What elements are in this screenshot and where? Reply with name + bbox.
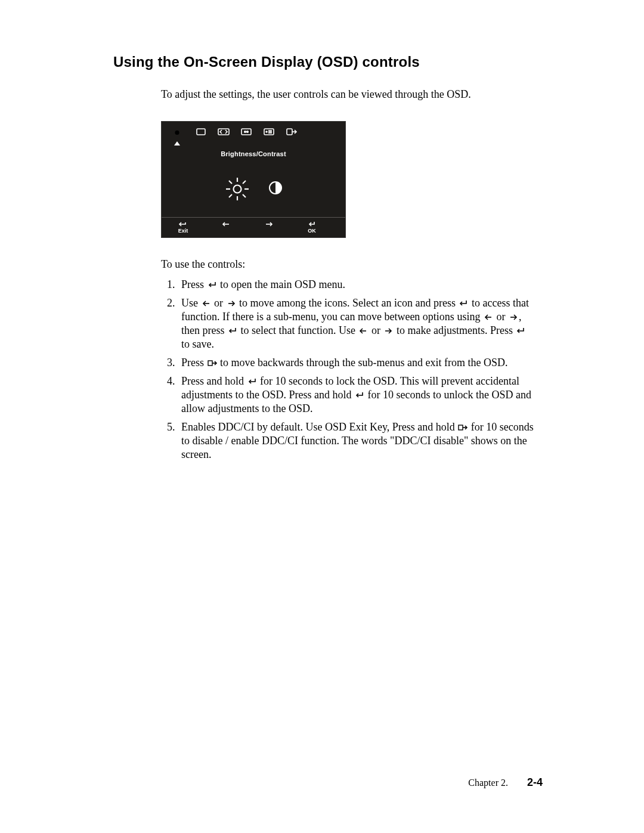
osd-ok-label: OK (308, 228, 316, 234)
svg-line-6 (172, 129, 174, 130)
osd-exit-control: Exit (162, 221, 205, 234)
osd-tab-brightness (170, 128, 184, 145)
svg-line-27 (243, 194, 246, 197)
svg-point-21 (234, 185, 242, 193)
osd-figure: Brightness/Contrast Exit (161, 121, 346, 238)
arrow-left-icon (483, 314, 494, 321)
osd-tab-position (195, 128, 207, 136)
lead-in-text: To use the controls: (161, 258, 543, 271)
text-run: to open the main OSD menu. (218, 278, 345, 290)
enter-icon (227, 327, 238, 335)
back-icon (178, 221, 188, 227)
enter-icon (307, 221, 317, 227)
text-run: to select that function. Use (238, 324, 358, 336)
text-run: Press and hold (181, 375, 247, 387)
text-run: to make adjustments. Press (394, 324, 515, 336)
menu-icon (263, 128, 275, 136)
list-item: Use or to move among the icons. Select a… (178, 296, 537, 351)
brightness-large-icon (224, 176, 250, 202)
text-run: Press (181, 357, 207, 368)
arrow-left-icon (358, 327, 369, 335)
page-footer: Chapter 2. 2-4 (468, 776, 543, 789)
enter-icon (354, 392, 365, 399)
svg-point-13 (244, 131, 246, 133)
osd-tab-menu (263, 128, 275, 136)
enter-icon (207, 281, 218, 289)
brightness-icon (170, 128, 184, 138)
enter-icon (515, 327, 526, 335)
enter-icon (247, 378, 258, 385)
osd-bottom-row: Exit OK (162, 218, 345, 237)
selected-tab-indicator-icon (174, 141, 180, 145)
osd-tab-input (240, 128, 252, 136)
exit-icon (207, 360, 218, 367)
svg-line-8 (172, 135, 174, 137)
intro-text: To adjust the settings, the user control… (161, 88, 543, 101)
osd-right-control (247, 221, 290, 234)
enter-icon (458, 300, 469, 307)
svg-line-9 (181, 129, 182, 130)
text-run: Use (181, 297, 201, 309)
text-run: or (494, 311, 508, 323)
arrow-right-icon (508, 314, 519, 321)
list-item: Press to move backwards through the sub-… (178, 356, 537, 370)
arrow-right-icon (264, 221, 274, 227)
text-run: Press (181, 278, 207, 290)
svg-line-29 (243, 181, 246, 184)
text-run: or (369, 324, 383, 336)
text-run: to move among the icons. Select an icon … (237, 297, 459, 309)
osd-body (162, 161, 345, 217)
svg-rect-10 (197, 129, 205, 135)
contrast-large-icon (268, 181, 283, 197)
text-run: Enables DDC/CI by default. Use OSD Exit … (181, 421, 457, 433)
osd-tab-row (162, 122, 345, 148)
document-page: Using the On-Screen Display (OSD) contro… (0, 0, 644, 833)
arrow-left-icon (221, 221, 231, 227)
list-item: Enables DDC/CI by default. Use OSD Exit … (178, 420, 537, 462)
svg-line-26 (229, 181, 232, 184)
svg-point-14 (247, 131, 249, 133)
instruction-list: Press to open the main OSD menu. Use or … (161, 278, 537, 462)
text-run: to save. (181, 338, 214, 350)
osd-tab-exit (286, 128, 298, 136)
arrow-right-icon (383, 327, 394, 335)
scaling-icon (218, 128, 230, 136)
list-item: Press and hold for 10 seconds to lock th… (178, 374, 537, 416)
osd-panel-title: Brightness/Contrast (162, 148, 345, 161)
osd-ok-control: OK (290, 221, 333, 234)
exit-icon (457, 424, 468, 431)
page-number: 2-4 (527, 776, 543, 788)
svg-line-28 (229, 194, 232, 197)
text-run: or (212, 297, 226, 309)
osd-tab-scaling (218, 128, 230, 136)
page-title: Using the On-Screen Display (OSD) contro… (113, 54, 543, 70)
exit-icon (286, 128, 298, 136)
text-run: to move backwards through the sub-menus … (218, 357, 508, 368)
svg-point-16 (266, 131, 267, 132)
arrow-left-icon (201, 300, 212, 307)
osd-left-control (205, 221, 247, 234)
position-icon (195, 128, 207, 136)
svg-line-7 (181, 135, 182, 137)
chapter-label: Chapter 2. (468, 778, 508, 788)
input-icon (240, 128, 252, 136)
arrow-right-icon (226, 300, 237, 307)
list-item: Press to open the main OSD menu. (178, 278, 537, 292)
svg-rect-20 (287, 129, 292, 135)
osd-exit-label: Exit (178, 228, 188, 234)
svg-point-1 (175, 131, 179, 135)
